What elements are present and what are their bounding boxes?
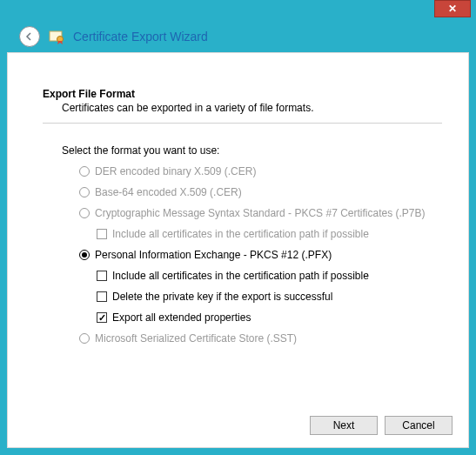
cancel-button[interactable]: Cancel [385, 416, 453, 435]
certificate-icon [49, 29, 64, 44]
radio-icon [79, 166, 90, 177]
wizard-title: Certificate Export Wizard [73, 30, 208, 43]
option-label: Include all certificates in the certific… [112, 270, 369, 282]
option-pfx-delete[interactable]: Delete the private key if the export is … [97, 291, 442, 303]
option-pfx[interactable]: Personal Information Exchange - PKCS #12… [79, 249, 442, 261]
format-prompt: Select the format you want to use: [62, 144, 442, 157]
option-p7b-include: Include all certificates in the certific… [97, 228, 442, 240]
checkbox-icon [97, 291, 107, 302]
option-label: Microsoft Serialized Certificate Store (… [95, 332, 297, 345]
back-button[interactable] [19, 26, 40, 47]
option-label: DER encoded binary X.509 (.CER) [95, 165, 256, 177]
wizard-footer: Next Cancel [310, 416, 453, 435]
close-icon: ✕ [448, 3, 457, 15]
radio-icon [79, 187, 90, 197]
checkbox-icon [97, 271, 107, 281]
option-pfx-include[interactable]: Include all certificates in the certific… [97, 270, 442, 282]
checkbox-icon [97, 229, 107, 239]
wizard-panel: Export File Format Certificates can be e… [7, 52, 469, 448]
option-label: Include all certificates in the certific… [112, 228, 369, 240]
radio-selected-icon [79, 250, 90, 260]
format-options: DER encoded binary X.509 (.CER) Base-64 … [79, 165, 442, 345]
option-der: DER encoded binary X.509 (.CER) [79, 165, 442, 177]
next-button[interactable]: Next [310, 416, 378, 435]
section-title: Export File Format [43, 88, 442, 100]
wizard-header: Certificate Export Wizard [19, 26, 208, 47]
option-label: Personal Information Exchange - PKCS #12… [95, 249, 332, 261]
option-label: Base-64 encoded X.509 (.CER) [95, 186, 242, 198]
option-label: Delete the private key if the export is … [112, 291, 332, 303]
content-area: Export File Format Certificates can be e… [8, 53, 468, 345]
section-description: Certificates can be exported in a variet… [62, 102, 442, 114]
wizard-window: ✕ Certificate Export Wizard Export File … [0, 0, 476, 455]
close-button[interactable]: ✕ [434, 0, 471, 17]
option-sst: Microsoft Serialized Certificate Store (… [79, 332, 442, 345]
radio-icon [79, 208, 90, 218]
radio-icon [79, 333, 90, 344]
option-label: Cryptographic Message Syntax Standard - … [95, 207, 426, 219]
arrow-left-icon [24, 31, 35, 42]
divider [43, 123, 442, 124]
option-pfx-extended[interactable]: Export all extended properties [97, 311, 442, 324]
checkbox-checked-icon [97, 312, 107, 323]
option-label: Export all extended properties [112, 311, 251, 324]
option-base64: Base-64 encoded X.509 (.CER) [79, 186, 442, 198]
option-p7b: Cryptographic Message Syntax Standard - … [79, 207, 442, 219]
